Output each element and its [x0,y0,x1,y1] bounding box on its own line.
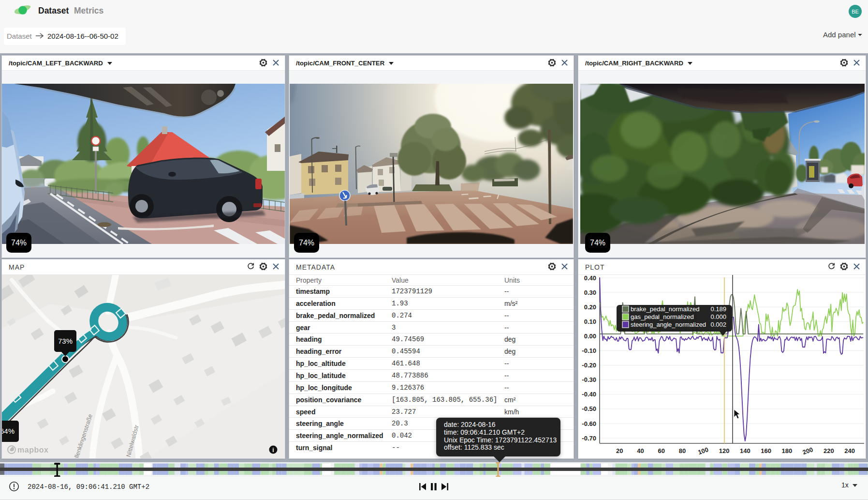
svg-text:-0.30: -0.30 [582,376,596,383]
svg-text:-0.70: -0.70 [582,435,596,442]
svg-text:0.189: 0.189 [710,305,726,313]
svg-text:-0.50: -0.50 [582,405,596,412]
svg-text:64%: 64% [2,427,15,435]
svg-text:60: 60 [658,447,665,455]
svg-text:0.40: 0.40 [584,275,596,282]
svg-text:steering_angle_normalized: steering_angle_normalized [631,321,706,328]
svg-text:40: 40 [637,447,644,455]
svg-text:brake_pedal_normalized: brake_pedal_normalized [631,305,699,313]
svg-text:gas_pedal_normalized: gas_pedal_normalized [631,313,694,320]
svg-text:20: 20 [616,447,623,455]
svg-text:73%: 73% [58,337,73,345]
svg-text:160: 160 [761,447,771,455]
svg-text:0.20: 0.20 [584,303,596,311]
svg-text:240: 240 [844,447,855,455]
svg-text:200: 200 [802,446,814,456]
svg-text:120: 120 [719,447,730,455]
svg-text:-0.10: -0.10 [582,347,596,354]
svg-text:180: 180 [781,447,792,455]
svg-text:0.00: 0.00 [584,333,596,340]
svg-text:-0.20: -0.20 [582,362,596,369]
svg-text:0.000: 0.000 [710,313,726,320]
svg-text:0.30: 0.30 [584,289,596,296]
svg-text:100: 100 [697,446,709,456]
svg-text:80: 80 [679,447,686,455]
svg-text:220: 220 [824,447,834,455]
svg-text:140: 140 [740,447,750,455]
svg-text:-0.60: -0.60 [582,420,596,427]
svg-text:0.002: 0.002 [710,321,726,328]
svg-text:mapbox: mapbox [17,446,48,454]
svg-text:0.10: 0.10 [584,318,596,325]
svg-text:i: i [272,447,274,454]
svg-text:-0.40: -0.40 [582,391,596,398]
